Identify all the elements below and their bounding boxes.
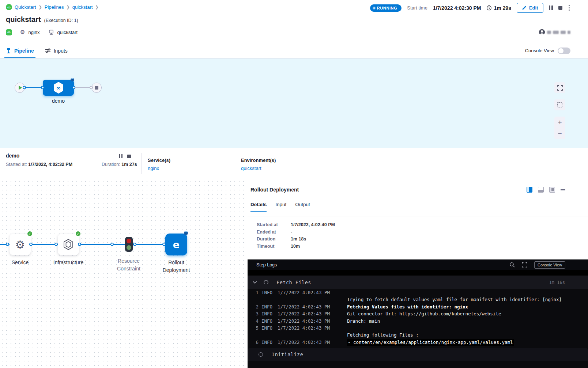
harness-execution-page: ∞ Quickstart ❯ Pipelines ❯ quickstart ❯ … xyxy=(0,0,588,368)
fullscreen-button[interactable] xyxy=(554,82,565,93)
console-view-toggle[interactable] xyxy=(558,48,570,54)
tab-details[interactable]: Details xyxy=(250,202,267,212)
log-line: 3INFO1/7/2022 4:02:43 PMGit connector Ur… xyxy=(248,310,588,317)
chevron-right-icon: ❯ xyxy=(95,5,98,10)
step-node-infrastructure[interactable] xyxy=(58,234,79,255)
stop-execution-button[interactable] xyxy=(558,6,562,10)
play-icon xyxy=(19,86,22,90)
breadcrumb-link-pipelines[interactable]: Pipelines xyxy=(45,4,64,10)
green-light-icon xyxy=(127,245,131,250)
detail-tabs: Details Input Output xyxy=(250,202,310,212)
step-node-rollout-deployment[interactable]: e xyxy=(165,234,187,255)
connector-dot xyxy=(78,243,81,246)
connector-dot xyxy=(6,243,9,246)
section-pending-circle-icon xyxy=(259,352,263,357)
elapsed-time: 1m 29s xyxy=(486,5,511,11)
tab-output[interactable]: Output xyxy=(295,202,310,212)
step-detail-title: Rollout Deployment xyxy=(250,187,299,193)
tab-pipeline[interactable]: Pipeline xyxy=(6,43,34,58)
search-icon[interactable] xyxy=(509,262,515,268)
layout-split-right-button[interactable] xyxy=(527,187,532,193)
service-name[interactable]: nginx xyxy=(28,30,39,35)
divider xyxy=(248,270,588,276)
connector-dot xyxy=(41,86,44,89)
chevron-right-icon: ❯ xyxy=(67,5,70,10)
log-line: 4INFO1/7/2022 4:02:43 PMBranch: main xyxy=(248,318,588,325)
svg-text:∞: ∞ xyxy=(56,85,61,91)
inputs-sliders-icon xyxy=(45,48,51,53)
stage-node-demo[interactable]: ∞ xyxy=(43,80,74,96)
panel-minimize-button[interactable] xyxy=(561,187,565,193)
stage-stop-button[interactable] xyxy=(127,155,131,158)
breadcrumb-link-quickstart[interactable]: Quickstart xyxy=(15,4,36,10)
log-section-initialize[interactable]: Initialize xyxy=(248,348,588,361)
stage-name: demo xyxy=(6,153,19,159)
user-info xyxy=(539,29,570,35)
stage-pause-button[interactable] xyxy=(119,154,122,158)
detail-row: Ended at - xyxy=(257,229,335,236)
zoom-in-button[interactable]: + xyxy=(558,119,562,126)
running-dot-icon xyxy=(373,7,375,9)
log-section-fetch-files[interactable]: Fetch Files 1m 16s xyxy=(248,276,588,289)
connector-dot xyxy=(110,243,114,246)
service-link[interactable]: nginx xyxy=(148,166,170,171)
connector-dot xyxy=(72,86,75,89)
edge-stage-to-end xyxy=(74,87,92,88)
harness-cd-icon: ∞ xyxy=(6,4,12,10)
harness-deploy-icon: e xyxy=(173,239,180,250)
console-view-button[interactable]: Console View xyxy=(534,261,565,269)
pipeline-end-node[interactable] xyxy=(91,83,102,93)
step-node-resource-constraint[interactable] xyxy=(125,237,133,252)
connector-dot xyxy=(90,86,93,89)
breadcrumb-link-pipeline-name[interactable]: quickstart xyxy=(72,4,93,10)
stage-hexagon-icon: ∞ xyxy=(52,81,65,94)
infrastructure-hexagon-icon xyxy=(62,238,75,251)
fullscreen-icon xyxy=(557,85,563,91)
step-label-service: Service xyxy=(4,259,37,266)
step-node-service[interactable]: ⚙ xyxy=(10,234,31,255)
section-running-spinner-icon xyxy=(264,280,268,285)
detail-row: Timeout 10m xyxy=(257,243,335,250)
canvas-controls: + − xyxy=(554,82,565,139)
layout-split-bottom-button[interactable] xyxy=(538,187,544,193)
step-label-infrastructure: Infrastructure xyxy=(45,259,92,266)
console-view-label: Console View xyxy=(525,48,554,53)
started-at-label: Started at: xyxy=(6,162,27,167)
more-options-button[interactable] xyxy=(568,4,571,12)
success-check-icon: ✓ xyxy=(27,231,33,237)
started-at-value: 1/7/2022, 4:02:32 PM xyxy=(28,162,72,167)
expand-logs-icon[interactable] xyxy=(522,262,527,268)
page-header: ∞ Quickstart ❯ Pipelines ❯ quickstart ❯ … xyxy=(0,0,588,43)
success-check-icon: ✓ xyxy=(75,231,81,237)
pipeline-canvas[interactable]: ∞ demo + − xyxy=(0,58,588,148)
execution-graph-canvas[interactable]: ⚙ ✓ ✓ e Service Infrastructure Resource xyxy=(0,179,247,368)
log-lines[interactable]: 1INFO1/7/2022 4:02:43 PM Trying to fetch… xyxy=(248,289,588,346)
marquee-select-button[interactable] xyxy=(554,99,565,110)
connector-dot xyxy=(133,243,136,246)
tab-inputs-label: Inputs xyxy=(54,48,68,54)
cd-module-icon: ∞ xyxy=(6,29,12,35)
zoom-out-button[interactable]: − xyxy=(558,130,562,137)
duration-value: 1m 27s xyxy=(121,162,137,167)
git-connector-link[interactable]: https://github.com/kubernetes/website xyxy=(399,311,501,316)
tab-input[interactable]: Input xyxy=(275,202,286,212)
environment-link[interactable]: quickstart xyxy=(241,166,276,171)
environment-name[interactable]: quickstart xyxy=(57,30,78,35)
stage-info-bar: demo Started at: 1/7/2022, 4:02:32 PM Du… xyxy=(0,148,588,179)
detail-rows: Started at 1/7/2022, 4:02:40 PM Ended at… xyxy=(257,221,335,250)
pause-execution-button[interactable] xyxy=(549,5,553,10)
log-line: Trying to fetch default values yaml file… xyxy=(248,296,588,303)
breadcrumb: ∞ Quickstart ❯ Pipelines ❯ quickstart ❯ xyxy=(6,4,99,10)
step-logs-title: Step Logs xyxy=(256,262,277,268)
section-name: Fetch Files xyxy=(276,280,311,285)
redacted-text xyxy=(568,31,570,34)
divider xyxy=(248,216,588,216)
tab-inputs[interactable]: Inputs xyxy=(45,43,68,58)
edit-button[interactable]: Edit xyxy=(517,3,543,13)
execution-id: (Execution ID: 1) xyxy=(44,18,78,23)
layout-overlay-button[interactable] xyxy=(549,187,555,193)
status-badge-label: RUNNING xyxy=(377,6,397,10)
status-badge: RUNNING xyxy=(370,4,402,12)
log-line: Fetching following Files : xyxy=(248,331,588,338)
pencil-icon xyxy=(522,5,527,10)
